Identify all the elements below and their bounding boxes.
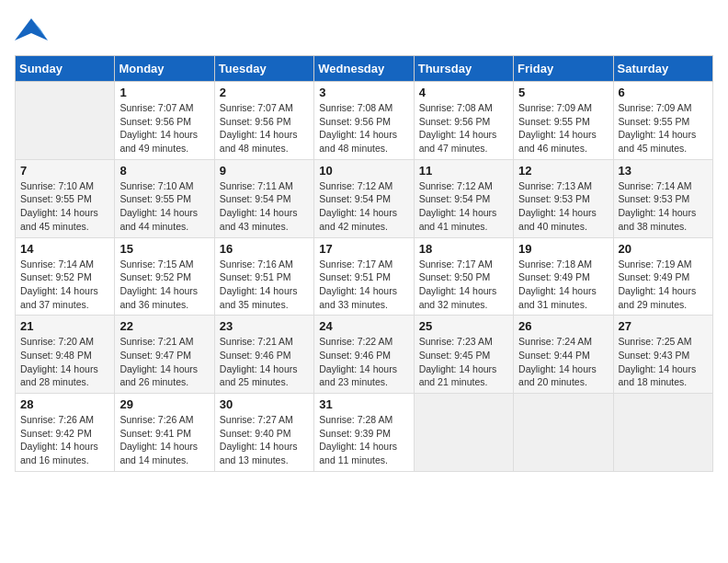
day-info: Sunrise: 7:16 AM Sunset: 9:51 PM Dayligh… [220, 258, 309, 312]
day-info: Sunrise: 7:28 AM Sunset: 9:39 PM Dayligh… [319, 413, 408, 467]
day-info: Sunrise: 7:12 AM Sunset: 9:54 PM Dayligh… [419, 179, 508, 234]
calendar-cell: 27Sunrise: 7:25 AM Sunset: 9:43 PM Dayli… [613, 316, 712, 394]
day-number: 25 [419, 319, 508, 333]
calendar-cell: 7Sunrise: 7:10 AM Sunset: 9:55 PM Daylig… [16, 159, 115, 237]
calendar-cell: 13Sunrise: 7:14 AM Sunset: 9:53 PM Dayli… [613, 159, 712, 237]
calendar-week-1: 1Sunrise: 7:07 AM Sunset: 9:56 PM Daylig… [16, 82, 713, 160]
day-number: 18 [419, 242, 508, 256]
calendar-table: SundayMondayTuesdayWednesdayThursdayFrid… [15, 55, 713, 472]
calendar-cell: 25Sunrise: 7:23 AM Sunset: 9:45 PM Dayli… [414, 316, 513, 394]
calendar-cell: 24Sunrise: 7:22 AM Sunset: 9:46 PM Dayli… [314, 316, 414, 394]
day-number: 2 [220, 86, 309, 99]
day-number: 30 [220, 397, 309, 411]
day-info: Sunrise: 7:24 AM Sunset: 9:44 PM Dayligh… [518, 335, 608, 389]
calendar-cell: 15Sunrise: 7:15 AM Sunset: 9:52 PM Dayli… [115, 237, 214, 316]
calendar-cell: 20Sunrise: 7:19 AM Sunset: 9:49 PM Dayli… [613, 237, 712, 316]
calendar-cell: 6Sunrise: 7:09 AM Sunset: 9:55 PM Daylig… [613, 82, 712, 160]
day-info: Sunrise: 7:14 AM Sunset: 9:52 PM Dayligh… [20, 258, 109, 312]
calendar-cell: 17Sunrise: 7:17 AM Sunset: 9:51 PM Dayli… [314, 237, 414, 316]
logo-bird-icon [15, 15, 48, 48]
day-number: 16 [220, 242, 309, 256]
day-info: Sunrise: 7:18 AM Sunset: 9:49 PM Dayligh… [518, 258, 608, 312]
calendar-cell: 21Sunrise: 7:20 AM Sunset: 9:48 PM Dayli… [16, 316, 115, 394]
calendar-cell: 19Sunrise: 7:18 AM Sunset: 9:49 PM Dayli… [514, 237, 613, 316]
weekday-header-monday: Monday [115, 56, 214, 82]
day-info: Sunrise: 7:13 AM Sunset: 9:53 PM Dayligh… [518, 179, 608, 234]
calendar-cell: 29Sunrise: 7:26 AM Sunset: 9:41 PM Dayli… [115, 394, 214, 472]
day-info: Sunrise: 7:21 AM Sunset: 9:47 PM Dayligh… [119, 335, 209, 389]
calendar-cell: 23Sunrise: 7:21 AM Sunset: 9:46 PM Dayli… [214, 316, 313, 394]
calendar-cell: 22Sunrise: 7:21 AM Sunset: 9:47 PM Dayli… [115, 316, 214, 394]
day-number: 14 [20, 242, 109, 256]
day-info: Sunrise: 7:26 AM Sunset: 9:41 PM Dayligh… [119, 413, 209, 467]
day-number: 24 [319, 319, 408, 333]
day-number: 5 [518, 86, 608, 99]
weekday-header-friday: Friday [514, 56, 613, 82]
day-number: 19 [518, 242, 608, 256]
day-number: 31 [319, 397, 408, 411]
calendar-cell: 26Sunrise: 7:24 AM Sunset: 9:44 PM Dayli… [514, 316, 613, 394]
calendar-week-4: 21Sunrise: 7:20 AM Sunset: 9:48 PM Dayli… [16, 316, 713, 394]
day-info: Sunrise: 7:07 AM Sunset: 9:56 PM Dayligh… [220, 101, 309, 155]
weekday-header-wednesday: Wednesday [314, 56, 414, 82]
calendar-cell: 31Sunrise: 7:28 AM Sunset: 9:39 PM Dayli… [314, 394, 414, 472]
svg-marker-0 [15, 18, 48, 40]
calendar-cell [414, 394, 513, 472]
day-number: 10 [319, 164, 408, 178]
day-info: Sunrise: 7:26 AM Sunset: 9:42 PM Dayligh… [20, 413, 109, 467]
logo [15, 15, 48, 48]
day-info: Sunrise: 7:09 AM Sunset: 9:55 PM Dayligh… [619, 101, 708, 155]
calendar-cell: 2Sunrise: 7:07 AM Sunset: 9:56 PM Daylig… [214, 82, 313, 160]
weekday-header-tuesday: Tuesday [214, 56, 313, 82]
calendar-cell: 9Sunrise: 7:11 AM Sunset: 9:54 PM Daylig… [214, 159, 313, 237]
day-number: 26 [518, 319, 608, 333]
day-number: 1 [119, 86, 209, 99]
calendar-cell: 12Sunrise: 7:13 AM Sunset: 9:53 PM Dayli… [514, 159, 613, 237]
calendar-week-3: 14Sunrise: 7:14 AM Sunset: 9:52 PM Dayli… [16, 237, 713, 316]
calendar-cell: 30Sunrise: 7:27 AM Sunset: 9:40 PM Dayli… [214, 394, 313, 472]
day-number: 12 [518, 164, 608, 178]
day-number: 9 [220, 164, 309, 178]
day-info: Sunrise: 7:09 AM Sunset: 9:55 PM Dayligh… [518, 101, 608, 155]
calendar-cell: 4Sunrise: 7:08 AM Sunset: 9:56 PM Daylig… [414, 82, 513, 160]
calendar-cell [514, 394, 613, 472]
day-info: Sunrise: 7:14 AM Sunset: 9:53 PM Dayligh… [619, 179, 708, 234]
day-number: 11 [419, 164, 508, 178]
calendar-cell: 5Sunrise: 7:09 AM Sunset: 9:55 PM Daylig… [514, 82, 613, 160]
calendar-week-5: 28Sunrise: 7:26 AM Sunset: 9:42 PM Dayli… [16, 394, 713, 472]
calendar-cell [16, 82, 115, 160]
day-info: Sunrise: 7:15 AM Sunset: 9:52 PM Dayligh… [119, 258, 209, 312]
day-info: Sunrise: 7:08 AM Sunset: 9:56 PM Dayligh… [419, 101, 508, 155]
day-number: 22 [119, 319, 209, 333]
day-info: Sunrise: 7:19 AM Sunset: 9:49 PM Dayligh… [619, 258, 708, 312]
calendar-cell: 10Sunrise: 7:12 AM Sunset: 9:54 PM Dayli… [314, 159, 414, 237]
day-number: 20 [619, 242, 708, 256]
day-info: Sunrise: 7:08 AM Sunset: 9:56 PM Dayligh… [319, 101, 408, 155]
calendar-cell: 11Sunrise: 7:12 AM Sunset: 9:54 PM Dayli… [414, 159, 513, 237]
calendar-cell: 8Sunrise: 7:10 AM Sunset: 9:55 PM Daylig… [115, 159, 214, 237]
day-info: Sunrise: 7:17 AM Sunset: 9:51 PM Dayligh… [319, 258, 408, 312]
day-info: Sunrise: 7:10 AM Sunset: 9:55 PM Dayligh… [119, 179, 209, 234]
day-number: 15 [119, 242, 209, 256]
day-number: 13 [619, 164, 708, 178]
day-number: 27 [619, 319, 708, 333]
day-info: Sunrise: 7:07 AM Sunset: 9:56 PM Dayligh… [119, 101, 209, 155]
calendar-cell: 16Sunrise: 7:16 AM Sunset: 9:51 PM Dayli… [214, 237, 313, 316]
calendar-cell: 28Sunrise: 7:26 AM Sunset: 9:42 PM Dayli… [16, 394, 115, 472]
calendar-cell: 14Sunrise: 7:14 AM Sunset: 9:52 PM Dayli… [16, 237, 115, 316]
page-header [15, 15, 713, 48]
day-number: 7 [20, 164, 109, 178]
day-number: 3 [319, 86, 408, 99]
day-info: Sunrise: 7:23 AM Sunset: 9:45 PM Dayligh… [419, 335, 508, 389]
day-info: Sunrise: 7:20 AM Sunset: 9:48 PM Dayligh… [20, 335, 109, 389]
day-number: 4 [419, 86, 508, 99]
weekday-header-sunday: Sunday [16, 56, 115, 82]
day-number: 23 [220, 319, 309, 333]
day-info: Sunrise: 7:22 AM Sunset: 9:46 PM Dayligh… [319, 335, 408, 389]
calendar-cell [613, 394, 712, 472]
day-number: 8 [119, 164, 209, 178]
day-number: 17 [319, 242, 408, 256]
calendar-header-row: SundayMondayTuesdayWednesdayThursdayFrid… [16, 56, 713, 82]
day-number: 21 [20, 319, 109, 333]
calendar-cell: 3Sunrise: 7:08 AM Sunset: 9:56 PM Daylig… [314, 82, 414, 160]
